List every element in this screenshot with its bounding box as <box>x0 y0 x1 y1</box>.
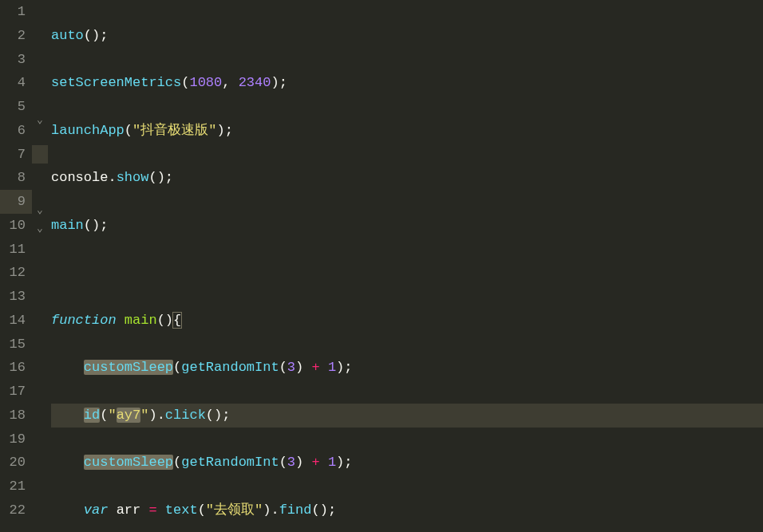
line-number[interactable]: 8 <box>5 166 26 190</box>
line-number[interactable]: 4 <box>5 71 26 95</box>
line-number[interactable]: 20 <box>5 451 26 475</box>
line-number[interactable]: 9 <box>0 190 32 214</box>
line-number[interactable]: 10 <box>5 214 26 238</box>
line-number-gutter[interactable]: 1 2 3 4 5 6 7 8 9 10 11 12 13 14 15 16 1… <box>0 0 32 532</box>
line-number[interactable]: 18 <box>5 404 26 428</box>
line-number[interactable]: 11 <box>5 238 26 262</box>
line-number[interactable]: 7 <box>5 143 26 167</box>
fold-toggle-icon[interactable]: ⌄ <box>32 109 48 128</box>
code-line[interactable]: function main(){ <box>51 309 763 333</box>
line-number[interactable]: 2 <box>5 24 26 48</box>
line-number[interactable]: 5 <box>5 95 26 119</box>
line-number[interactable]: 1 <box>5 0 26 24</box>
code-line[interactable]: customSleep(getRandomInt(3) + 1); <box>51 356 763 380</box>
code-line[interactable]: console.show(); <box>51 166 763 190</box>
fold-gutter[interactable]: ⌄ ⌄ ⌄ <box>32 0 48 532</box>
line-number[interactable]: 13 <box>5 285 26 309</box>
code-line[interactable]: main(); <box>51 214 763 238</box>
line-number[interactable]: 16 <box>5 356 26 380</box>
code-line[interactable]: launchApp("抖音极速版"); <box>51 119 763 143</box>
code-line[interactable]: customSleep(getRandomInt(3) + 1); <box>51 451 763 475</box>
line-number[interactable]: 22 <box>5 499 26 522</box>
line-number[interactable]: 19 <box>5 428 26 451</box>
code-line[interactable]: auto(); <box>51 24 763 48</box>
code-line[interactable]: var arr = text("去领取").find(); <box>51 499 763 522</box>
fold-toggle-icon[interactable]: ⌄ <box>32 199 48 218</box>
line-number[interactable]: 14 <box>5 309 26 333</box>
line-number[interactable]: 15 <box>5 333 26 357</box>
editor-content[interactable]: auto(); setScreenMetrics(1080, 2340); la… <box>48 0 763 532</box>
code-line-current[interactable]: id("ay7").click(); <box>51 404 763 428</box>
line-number[interactable]: 3 <box>5 48 26 72</box>
line-number[interactable]: 21 <box>5 475 26 499</box>
fold-toggle-icon[interactable]: ⌄ <box>32 218 48 236</box>
code-line[interactable] <box>51 261 763 285</box>
line-number[interactable]: 12 <box>5 261 26 285</box>
line-number[interactable]: 6 <box>5 119 26 143</box>
code-line[interactable]: setScreenMetrics(1080, 2340); <box>51 71 763 95</box>
line-number[interactable]: 17 <box>5 380 26 404</box>
